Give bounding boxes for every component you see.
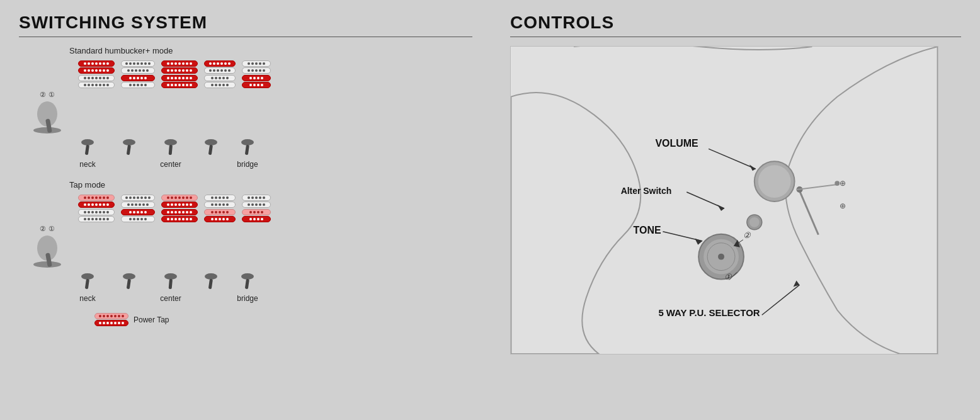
volume-label-text: VOLUME <box>655 138 698 149</box>
bridge-pink-tap-bot <box>204 209 236 222</box>
neck-tap-top <box>78 195 115 208</box>
label-spacer-tap <box>112 294 146 303</box>
svg-rect-23 <box>208 279 213 290</box>
5way-switch-tap: ②① <box>31 225 64 269</box>
5way-switch-standard: ②① <box>31 91 64 135</box>
bridge-white-tap-top <box>204 195 236 208</box>
switch-col-standard: ②① <box>25 60 69 135</box>
svg-point-18 <box>123 273 135 280</box>
svg-point-30 <box>758 165 791 198</box>
svg-rect-19 <box>127 279 131 290</box>
label-center-tap: center <box>152 294 189 303</box>
blade-icon-5-std <box>233 139 262 159</box>
tap-mode-label: Tap mode <box>69 180 472 190</box>
legend-label: Power Tap <box>134 315 169 324</box>
svg-point-5 <box>123 139 135 145</box>
label-spacer2-std <box>195 160 227 169</box>
svg-rect-17 <box>85 279 89 290</box>
svg-point-47 <box>749 217 760 227</box>
svg-point-40 <box>718 254 724 260</box>
standard-mode-label: Standard humbucker+ mode <box>69 46 472 55</box>
standard-pickup-labels: neck center bridge <box>69 160 472 169</box>
tap-blade-icons <box>69 273 472 293</box>
switching-title: SWITCHING SYSTEM <box>19 13 472 33</box>
label-neck-tap: neck <box>69 294 106 303</box>
center-red-std-bot <box>121 75 155 88</box>
svg-text:⊕: ⊕ <box>840 179 846 188</box>
svg-point-24 <box>241 273 254 280</box>
blade-icon-neck-std <box>69 139 106 159</box>
blade-icon-neck-tap <box>69 273 106 293</box>
blade-icon-center-std <box>152 139 189 159</box>
extra-std-top <box>242 60 271 74</box>
blade-icon-2-std <box>112 139 146 159</box>
single-red-tap-bot <box>121 209 155 222</box>
svg-text:Alter Switch: Alter Switch <box>621 186 672 196</box>
tap-mode-section: Tap mode ②① <box>19 180 472 326</box>
single-tap-top <box>121 195 155 208</box>
svg-text:⊕: ⊕ <box>840 201 846 210</box>
legend-text: Power Tap <box>134 315 169 324</box>
svg-text:①: ① <box>724 272 732 281</box>
svg-text:②: ② <box>743 230 751 240</box>
controls-svg: VOLUME Alter Switch TONE <box>511 47 938 354</box>
blade-switch-tap-svg <box>31 234 64 269</box>
svg-point-7 <box>164 139 177 145</box>
center-humbucker-std-top <box>161 60 198 74</box>
svg-rect-10 <box>208 145 213 156</box>
neck-single-std-top <box>121 60 155 74</box>
svg-rect-12 <box>245 145 249 156</box>
extra-red-std-bot <box>242 75 271 88</box>
svg-rect-21 <box>169 279 173 289</box>
extra-pink-tap-bot <box>242 209 271 222</box>
legend: Power Tap <box>94 313 472 326</box>
standard-bottom-row <box>78 75 271 88</box>
blade-icon-bridge-std <box>195 139 227 159</box>
blade-icon-bridge-tap <box>195 273 227 293</box>
label-bridge-std: bridge <box>233 160 262 169</box>
controls-diagram: VOLUME Alter Switch TONE <box>510 46 938 355</box>
svg-rect-8 <box>169 145 173 155</box>
center-tap-top <box>161 195 198 208</box>
svg-rect-6 <box>127 145 131 156</box>
svg-point-16 <box>81 273 94 280</box>
svg-point-11 <box>241 139 254 145</box>
blade-icon-center-tap <box>152 273 189 293</box>
legend-icon <box>94 313 128 326</box>
label-spacer2-tap <box>195 294 227 303</box>
neck-humbucker-std-top <box>78 60 115 74</box>
blade-icon-2-tap <box>112 273 146 293</box>
blade-switch-svg <box>31 100 64 135</box>
label-center-std: center <box>152 160 189 169</box>
switching-divider <box>19 37 472 37</box>
svg-rect-4 <box>85 145 89 156</box>
blade-icon-5-tap <box>233 273 262 293</box>
controls-title: CONTROLS <box>510 13 961 33</box>
label-neck-std: neck <box>69 160 106 169</box>
svg-point-20 <box>164 273 177 280</box>
center2-red-std-bot <box>161 75 198 88</box>
svg-point-9 <box>205 139 217 145</box>
bridge-humbucker-std-top <box>204 60 236 74</box>
svg-point-22 <box>205 273 217 280</box>
center-red-tap-bot <box>161 209 198 222</box>
tap-pickup-labels: neck center bridge <box>69 294 472 303</box>
standard-blade-icons <box>69 139 472 159</box>
controls-panel: CONTROLS VOLUME Alter Switch <box>491 0 980 420</box>
svg-text:TONE: TONE <box>634 225 661 236</box>
standard-mode-section: Standard humbucker+ mode ②① <box>19 46 472 169</box>
label-bridge-tap: bridge <box>233 294 262 303</box>
tap-top-row <box>78 195 271 208</box>
switching-system-panel: SWITCHING SYSTEM Standard humbucker+ mod… <box>0 0 491 420</box>
svg-point-51 <box>835 181 840 186</box>
extra-white-tap-top <box>242 195 271 208</box>
svg-rect-25 <box>245 279 249 290</box>
neck-white-tap-bot <box>78 209 115 222</box>
switch-col-tap: ②① <box>25 195 69 269</box>
tap-bottom-row <box>78 209 271 222</box>
standard-top-row <box>78 60 271 74</box>
label-spacer-std <box>112 160 146 169</box>
neck-white-std-bot <box>78 75 115 88</box>
svg-text:5 WAY P.U. SELECTOR: 5 WAY P.U. SELECTOR <box>658 307 760 318</box>
controls-divider <box>510 37 961 37</box>
